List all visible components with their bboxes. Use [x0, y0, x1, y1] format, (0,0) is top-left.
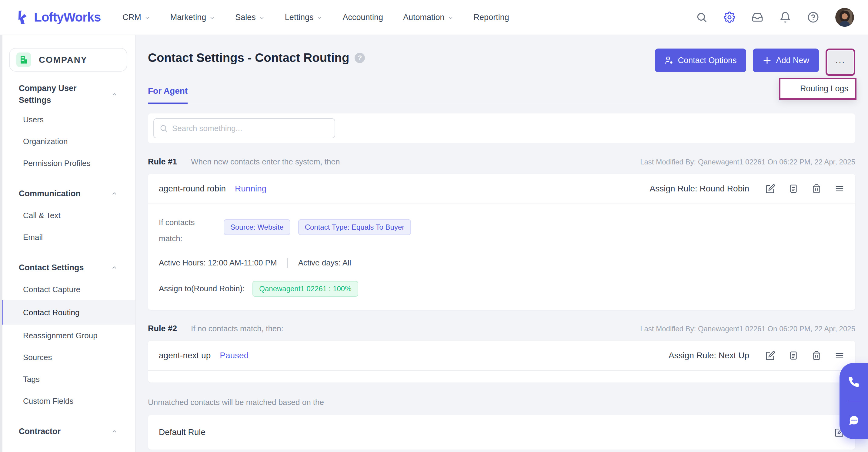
company-label: COMPANY	[39, 55, 87, 65]
sidebar-group-contractor[interactable]: Contractor	[0, 420, 135, 442]
chevron-up-icon	[111, 190, 118, 197]
gear-icon[interactable]	[724, 11, 735, 23]
copy-rule-icon[interactable]	[788, 184, 798, 194]
condition-badge: Contact Type: Equals To Buyer	[298, 219, 411, 235]
sidebar-item-contact-routing[interactable]: Contact Routing	[0, 300, 135, 324]
bell-icon[interactable]	[779, 11, 791, 23]
menu-marketing[interactable]: Marketing	[170, 13, 216, 22]
plus-icon	[763, 56, 772, 65]
assign-rule-label: Assign Rule: Next Up	[669, 351, 749, 360]
search-icon[interactable]	[696, 11, 707, 23]
chevron-down-icon	[209, 15, 215, 21]
brand-name: LoftyWorks	[34, 10, 101, 25]
rule-last-modified: Last Modified By: Qanewagent1 02261 On 0…	[640, 158, 855, 166]
chevron-up-icon	[111, 264, 118, 271]
chevron-down-icon	[316, 15, 322, 21]
main-content: Contact Settings - Contact Routing ? Con…	[136, 35, 868, 452]
more-options-button[interactable]: ...	[828, 51, 853, 74]
sidebar-item-reassignment-group[interactable]: Reassignment Group	[0, 324, 135, 346]
menu-accounting[interactable]: Accounting	[342, 13, 383, 22]
add-new-button[interactable]: Add New	[753, 49, 819, 72]
menu-lettings[interactable]: Lettings	[285, 13, 323, 22]
routing-logs-menu-item[interactable]: Routing Logs	[779, 78, 857, 100]
annotation-highlight-more: ...	[826, 49, 855, 76]
delete-rule-icon[interactable]	[812, 184, 821, 194]
search-box[interactable]	[153, 118, 335, 138]
divider	[847, 401, 861, 401]
edit-rule-icon[interactable]	[766, 351, 775, 360]
unmatched-contacts-note: Unmatched contacts will be matched based…	[148, 398, 855, 407]
tab-bar: For Agent	[148, 86, 855, 104]
contact-options-button[interactable]: Contact Options	[655, 49, 746, 72]
sidebar-group-communication[interactable]: Communication	[0, 182, 135, 204]
help-icon[interactable]	[807, 11, 819, 23]
delete-rule-icon[interactable]	[812, 351, 821, 360]
main-menu: CRM Marketing Sales Lettings Accounting …	[122, 13, 509, 22]
sidebar-item-contact-capture[interactable]: Contact Capture	[0, 279, 135, 300]
settings-sidebar: COMPANY Company User Settings Users Orga…	[0, 35, 136, 452]
chevron-down-icon	[447, 15, 454, 21]
menu-sales[interactable]: Sales	[235, 13, 265, 22]
sidebar-group-contact-settings[interactable]: Contact Settings	[0, 257, 135, 279]
rule-index: Rule #1	[148, 157, 177, 167]
search-icon	[159, 124, 168, 133]
rule-last-modified: Last Modified By: Qanewagent1 02261 On 0…	[640, 324, 855, 333]
user-avatar[interactable]	[835, 8, 854, 27]
assign-rule-label: Assign Rule: Round Robin	[650, 184, 749, 194]
rule-status-badge: Paused	[220, 351, 249, 360]
page-header: Contact Settings - Contact Routing ? Con…	[148, 49, 855, 76]
chevron-up-icon	[111, 91, 118, 98]
navbar-actions	[696, 8, 854, 27]
active-days: Active days: All	[298, 258, 351, 267]
rule-description: When new contacts enter the system, then	[191, 157, 340, 167]
rule-section-2: Rule #2 If no contacts match, then: Last…	[148, 324, 855, 383]
rule-index: Rule #2	[148, 324, 177, 333]
rule-status-badge: Running	[235, 184, 267, 194]
assignee-badge: Qanewagent1 02261 : 100%	[252, 281, 358, 297]
condition-badge: Source: Website	[224, 219, 290, 235]
rule-name: agent-next up	[159, 351, 211, 360]
drag-handle-icon[interactable]	[835, 184, 844, 194]
top-navbar: LoftyWorks CRM Marketing Sales Lettings …	[0, 0, 868, 35]
rule-card-2: agent-next up Paused Assign Rule: Next U…	[148, 341, 855, 383]
sidebar-item-call-text[interactable]: Call & Text	[0, 204, 135, 226]
user-gear-icon	[664, 56, 674, 65]
sidebar-item-organization[interactable]: Organization	[0, 131, 135, 152]
menu-automation[interactable]: Automation	[403, 13, 454, 22]
title-help-icon[interactable]: ?	[354, 53, 365, 63]
rule-card-1: agent-round robin Running Assign Rule: R…	[148, 174, 855, 310]
sidebar-item-email[interactable]: Email	[0, 226, 135, 248]
phone-icon[interactable]	[848, 376, 860, 388]
building-icon	[17, 53, 31, 67]
rule-section-1: Rule #1 When new contacts enter the syst…	[148, 157, 855, 310]
sidebar-item-permission-profiles[interactable]: Permission Profiles	[0, 152, 135, 174]
sidebar-scrollbar[interactable]	[0, 35, 2, 452]
chat-icon[interactable]	[848, 414, 860, 426]
company-selector[interactable]: COMPANY	[9, 48, 127, 72]
avatar-image	[835, 8, 854, 27]
match-label: If contacts match:	[159, 215, 207, 247]
floating-contact-widget	[839, 363, 868, 439]
tab-for-agent[interactable]: For Agent	[148, 86, 188, 104]
sidebar-group-company-user-settings[interactable]: Company User Settings	[0, 80, 135, 109]
rule-name: agent-round robin	[159, 184, 226, 194]
sidebar-item-users[interactable]: Users	[0, 109, 135, 131]
sidebar-item-sources[interactable]: Sources	[0, 346, 135, 368]
menu-crm[interactable]: CRM	[122, 13, 150, 22]
assign-to-label: Assign to(Round Robin):	[159, 284, 245, 293]
chevron-down-icon	[259, 15, 265, 21]
inbox-icon[interactable]	[752, 11, 763, 23]
search-input[interactable]	[172, 124, 329, 133]
sidebar-item-custom-fields[interactable]: Custom Fields	[0, 390, 135, 412]
chevron-down-icon	[144, 15, 150, 21]
default-rule-card: Default Rule	[148, 415, 855, 450]
copy-rule-icon[interactable]	[788, 351, 798, 360]
divider	[287, 258, 288, 268]
brand[interactable]: LoftyWorks	[14, 9, 101, 26]
edit-rule-icon[interactable]	[766, 184, 775, 194]
sidebar-item-tags[interactable]: Tags	[0, 368, 135, 390]
menu-reporting[interactable]: Reporting	[474, 13, 509, 22]
drag-handle-icon[interactable]	[835, 351, 844, 360]
rule-description: If no contacts match, then:	[191, 324, 283, 333]
page-title: Contact Settings - Contact Routing	[148, 51, 349, 65]
